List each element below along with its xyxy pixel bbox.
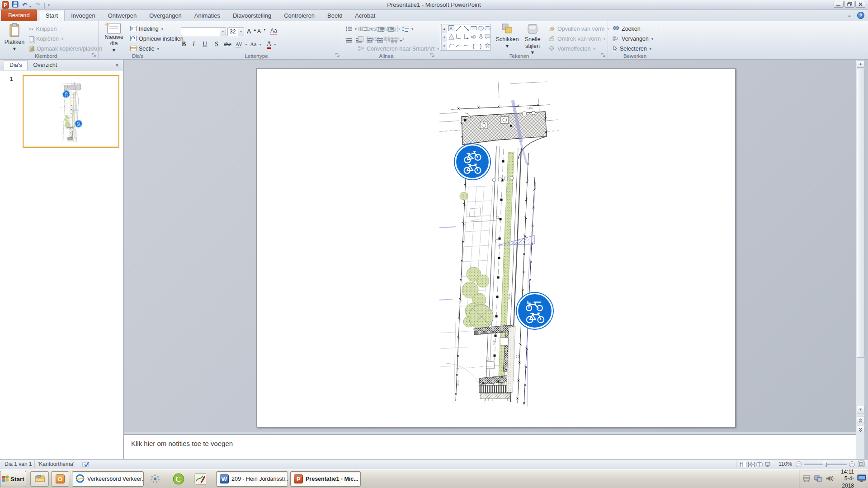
tab-invoegen[interactable]: Invoegen [65,10,102,21]
taskbar-ie-window-button[interactable]: Verkeersbord Verkeer... [72,471,144,487]
zoom-level[interactable]: 110% [778,461,792,467]
app-icon-dots[interactable] [149,473,161,485]
shrink-font-button[interactable]: A▼ [256,27,267,36]
slide-thumbnail[interactable] [23,75,119,148]
shapes-gallery[interactable]: A ▲ ▼ { } ⊻ [440,24,491,51]
app-icon-drawing-tool[interactable] [194,473,206,485]
align-left-button[interactable] [345,36,353,45]
shape-outline-button[interactable]: Omtrek van vorm▾ [548,34,606,43]
slide-canvas[interactable] [256,68,736,427]
moped-bicycle-sign-shape-lower[interactable] [516,292,554,330]
zoom-slider-handle[interactable] [823,461,827,467]
section-button[interactable]: Sectie▾ [129,44,160,53]
zoom-out-icon[interactable]: − [796,461,802,467]
select-button[interactable]: Selecteren▾ [612,44,652,53]
shape-right-brace-icon[interactable]: } [480,43,482,49]
bullets-button[interactable]: ▾ [345,24,358,33]
shape-triangle-icon[interactable] [448,34,454,41]
minimize-button[interactable] [834,1,844,8]
strikethrough-button[interactable]: abc [223,40,232,49]
tab-animaties[interactable]: Animaties [188,10,226,21]
notes-pane[interactable]: Klik hier om notities toe te voegen [124,435,856,459]
shape-rounded-rectangle-icon[interactable] [485,25,491,32]
app-icon-green-c[interactable]: C [173,473,184,485]
shape-down-arrow-icon[interactable] [478,34,484,41]
change-case-button[interactable]: Aa▾ [249,40,262,49]
character-spacing-button[interactable]: AV▾ [235,40,248,49]
shapes-scroll-up[interactable]: ▲ [441,24,447,33]
slide-sorter-view-icon[interactable] [748,461,755,468]
scroll-down-icon[interactable]: ▼ [857,406,864,413]
spellcheck-status-icon[interactable] [82,460,90,469]
layout-button[interactable]: Indeling▾ [129,24,164,33]
tekenen-dialog-launcher[interactable] [601,53,606,58]
format-painter-button[interactable]: Opmaak kopiëren/plakken [28,44,103,53]
shape-callout-icon[interactable] [485,34,491,41]
shape-arc-icon[interactable] [456,42,462,49]
fit-to-window-icon[interactable] [858,460,865,469]
bicycle-sign-shape-upper[interactable] [454,143,491,180]
vertical-scrollbar[interactable]: ▲ ▼ [856,60,864,459]
convert-smartart-button[interactable]: Converteren naar SmartArt▾ [357,44,440,53]
font-name-dropdown-icon[interactable]: ▾ [220,28,226,36]
shape-effects-button[interactable]: Vormeffecten▾ [548,44,596,53]
siteplan-image[interactable] [257,69,736,428]
notes-placeholder[interactable]: Klik hier om notities toe te voegen [131,440,233,447]
font-color-button[interactable]: A▾ [266,40,277,49]
previous-slide-button[interactable] [857,417,864,424]
find-button[interactable]: Zoeken [612,24,642,33]
restore-button[interactable] [844,1,854,8]
tab-diavoorstelling[interactable]: Diavoorstelling [226,10,278,21]
klembord-dialog-launcher[interactable] [92,53,97,58]
shape-curve-icon[interactable] [463,42,469,49]
next-slide-button[interactable] [857,426,864,433]
text-shadow-button[interactable]: S [214,40,219,49]
tab-beeld[interactable]: Beeld [321,10,349,21]
shape-left-brace-icon[interactable]: { [472,43,474,49]
shape-fill-button[interactable]: Opvullen van vorm▾ [548,24,610,33]
print-queue-icon[interactable] [803,475,811,483]
shape-star-icon[interactable] [485,42,491,49]
copy-button[interactable]: Kopiëren▾ [28,34,64,43]
tab-bestand[interactable]: Bestand [1,9,37,21]
cut-button[interactable]: ✂Knippen [28,24,57,33]
tab-overgangen[interactable]: Overgangen [143,10,188,21]
shape-oval-icon[interactable] [478,25,484,32]
grow-font-button[interactable]: A▲ [246,27,257,36]
taskbar-word-window-button[interactable]: W 209 - Hein Jordansstr... [216,471,288,487]
shape-right-arrow-icon[interactable] [471,34,476,41]
taskbar-powerpoint-window-button[interactable]: P Presentatie1 - Mic... [290,471,361,487]
slideshow-view-icon[interactable] [764,461,771,468]
arrange-button[interactable]: Schikken ▾ [495,23,519,49]
tab-overzicht-outline[interactable]: Overzicht [28,61,62,70]
shape-textbox-icon[interactable]: A [448,25,454,32]
normal-view-icon[interactable] [740,461,747,468]
font-name-combobox[interactable]: ▾ [181,27,226,36]
replace-button[interactable]: abacVervangen▾ [612,34,654,43]
taskbar-clock[interactable]: 14:11 5-4-2018 [837,469,854,488]
shapes-scroll-down[interactable]: ▼ [441,33,447,42]
zoom-in-icon[interactable]: + [849,461,855,467]
tab-acrobat[interactable]: Acrobat [349,10,382,21]
scroll-up-icon[interactable]: ▲ [857,60,864,68]
close-pane-icon[interactable]: ✕ [114,62,120,68]
tab-controleren[interactable]: Controleren [278,10,321,21]
display-settings-icon[interactable] [857,474,866,483]
italic-button[interactable]: I [192,40,196,49]
tab-ontwerpen[interactable]: Ontwerpen [102,10,143,21]
lettertype-dialog-launcher[interactable] [335,53,340,58]
volume-icon[interactable] [826,475,834,483]
font-size-dropdown-icon[interactable]: ▾ [238,28,244,36]
minimize-ribbon-icon[interactable]: ▵ [846,13,853,18]
paste-button[interactable]: Plakken ▾ [4,23,25,52]
reset-button[interactable]: Opnieuw instellen [129,34,184,43]
shape-arrow-icon[interactable] [463,25,469,32]
network-icon[interactable] [814,475,823,483]
shape-elbow-icon[interactable] [456,34,462,41]
underline-button[interactable]: U [202,40,208,49]
help-icon[interactable]: ? [857,12,864,19]
reading-view-icon[interactable] [756,461,763,468]
shape-elbow-arrow-icon[interactable] [463,34,469,41]
taskbar-explorer-button[interactable] [30,471,49,487]
start-button[interactable]: Start [0,471,26,487]
